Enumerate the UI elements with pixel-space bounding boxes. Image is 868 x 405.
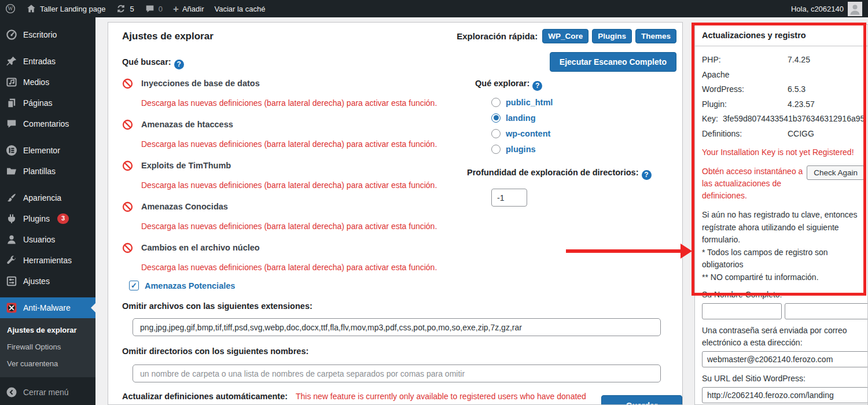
depth-input[interactable] bbox=[491, 189, 527, 207]
site-url-input[interactable] bbox=[702, 387, 868, 403]
depth-row: Profundidad de exploración de directorio… bbox=[467, 167, 652, 180]
scan-target-option[interactable]: landing bbox=[491, 110, 553, 126]
new-content-label: Añadir bbox=[182, 5, 204, 13]
scan-option: Amenazas de htaccess Descarga las nuevas… bbox=[122, 118, 464, 149]
sidebar-item[interactable]: Plantillas bbox=[0, 161, 95, 182]
comment-icon bbox=[145, 3, 155, 14]
save-settings-button[interactable]: Guardar ajustes bbox=[601, 395, 682, 405]
scan-option-label: Exploits de TimThumb bbox=[141, 161, 231, 170]
sidebar-item-label: Apariencia bbox=[23, 193, 61, 203]
site-link[interactable]: Taller Landing page bbox=[21, 0, 111, 17]
submenu-item[interactable]: Firewall Options bbox=[0, 338, 95, 355]
templates-icon bbox=[6, 165, 17, 177]
info-value: 7.4.25 bbox=[788, 53, 810, 68]
last-name-input[interactable] bbox=[785, 303, 868, 319]
clear-cache-button[interactable]: Vaciar la caché bbox=[209, 0, 270, 17]
info-row: Plugin:4.23.57 bbox=[702, 97, 867, 112]
sidebar-menu: Escritorio Entradas Medios Páginas bbox=[0, 24, 95, 318]
sidebar-item[interactable]: Medios bbox=[0, 72, 95, 93]
quick-scan-button[interactable]: Plugins bbox=[592, 29, 632, 43]
radio-icon[interactable] bbox=[491, 129, 501, 138]
scan-target-option[interactable]: public_html bbox=[491, 94, 553, 110]
info-row: Definitions:CCIGG bbox=[702, 127, 867, 142]
potential-threats-checkbox-row[interactable]: Amenazas Potenciales bbox=[129, 281, 235, 290]
settings-icon bbox=[6, 275, 17, 287]
auto-update-row: Actualizar definiciones automáticamente:… bbox=[122, 392, 586, 401]
skip-extensions-input[interactable] bbox=[133, 318, 661, 336]
collapse-menu-button[interactable]: Cerrar menú bbox=[0, 382, 95, 403]
page-title: Ajustes de explorar bbox=[122, 31, 214, 42]
sidebar-item-label: Medios bbox=[23, 78, 49, 87]
sidebar-item[interactable]: Usuarios bbox=[0, 229, 95, 250]
scan-target-label: landing bbox=[506, 113, 536, 123]
scan-target-option[interactable]: wp-content bbox=[491, 126, 553, 141]
sidebar-item[interactable]: Páginas bbox=[0, 93, 95, 113]
first-name-input[interactable] bbox=[702, 303, 782, 319]
sidebar-item[interactable]: Entradas bbox=[0, 51, 95, 72]
quick-scan-button[interactable]: Themes bbox=[635, 29, 676, 43]
sidebar-item-label: Usuarios bbox=[23, 235, 55, 244]
check-again-button[interactable]: Check Again bbox=[807, 165, 865, 180]
sidebar-item-label: Páginas bbox=[23, 98, 53, 108]
submenu-item[interactable]: Ajustes de explorar bbox=[0, 322, 95, 338]
info-value: 3fe59d8074433541b376346312916a95 bbox=[723, 114, 865, 123]
plugins-icon bbox=[6, 213, 17, 224]
auto-update-note: This new feature is currently only avail… bbox=[296, 392, 586, 401]
register-instructions: Si aún no has registrado tu clave, enton… bbox=[702, 209, 866, 246]
update-count: 5 bbox=[130, 5, 134, 13]
sidebar-item[interactable]: Anti-Malware bbox=[0, 297, 95, 318]
wordpress-menu[interactable]: W bbox=[0, 0, 21, 17]
sidebar-item[interactable]: Ajustes bbox=[0, 271, 95, 292]
sidebar-item-label: Ajustes bbox=[23, 277, 50, 286]
sidebar-item-label: Escritorio bbox=[23, 30, 57, 39]
submenu-item[interactable]: Ver cuarentena bbox=[0, 355, 95, 372]
radio-icon[interactable] bbox=[491, 145, 501, 154]
pages-icon bbox=[6, 97, 17, 109]
updates-registration-panel: Actualizaciones y registro PHP:7.4.25 Ap… bbox=[694, 24, 868, 405]
radio-icon[interactable] bbox=[491, 98, 501, 107]
scan-option-note: Descarga las nuevas definiciones (barra … bbox=[141, 222, 464, 231]
quick-scan-button[interactable]: WP_Core bbox=[542, 29, 589, 43]
sidebar-item[interactable]: Plugins 3 bbox=[0, 208, 95, 229]
scan-target-radios: public_html landing wp-content plugins bbox=[491, 94, 553, 157]
collapse-label: Cerrar menú bbox=[23, 388, 69, 397]
scan-option-label: Amenazas Conocidas bbox=[141, 202, 228, 211]
help-icon[interactable] bbox=[174, 60, 184, 69]
skip-directories-label: Omitir directorios con los siguientes no… bbox=[122, 347, 308, 356]
media-icon bbox=[6, 76, 17, 88]
scan-option: Inyecciones de base de datos Descarga la… bbox=[122, 77, 464, 108]
scan-target-option[interactable]: plugins bbox=[491, 141, 553, 157]
sidebar-item-label: Herramientas bbox=[23, 256, 72, 265]
pin-icon bbox=[6, 56, 17, 67]
scan-option-label: Inyecciones de base de datos bbox=[141, 79, 260, 88]
comments-indicator[interactable]: 0 bbox=[139, 0, 168, 17]
scan-option: Amenazas Conocidas Descarga las nuevas d… bbox=[122, 200, 464, 231]
account-menu[interactable]: Hola, c2062140 bbox=[791, 2, 868, 16]
email-input[interactable] bbox=[702, 351, 868, 367]
info-label: PHP: bbox=[702, 53, 788, 68]
sidebar-item[interactable]: Elementor bbox=[0, 140, 95, 161]
new-content-menu[interactable]: + Añadir bbox=[168, 0, 209, 17]
help-icon[interactable] bbox=[642, 170, 652, 180]
quick-scan-bar: Exploración rápida: WP_Core Plugins Them… bbox=[457, 29, 676, 43]
get-access-link[interactable]: Obtén acceso instantáneo a las actualiza… bbox=[702, 165, 815, 202]
sidebar-item[interactable]: Apariencia bbox=[0, 187, 95, 208]
run-complete-scan-button[interactable]: Ejecutar Escaneo Completo bbox=[550, 52, 676, 72]
full-name-label: Su Nombre Completo: bbox=[702, 289, 866, 301]
info-row: Apache bbox=[702, 68, 867, 83]
info-row: PHP:7.4.25 bbox=[702, 53, 867, 68]
sidebar-item-label: Entradas bbox=[23, 57, 56, 66]
updates-indicator[interactable]: 5 bbox=[111, 0, 139, 17]
what-to-scan-row: Qué explorar: bbox=[475, 78, 542, 91]
sidebar-item[interactable]: Comentarios bbox=[0, 113, 95, 134]
radio-icon[interactable] bbox=[491, 113, 501, 123]
dashboard-icon bbox=[6, 29, 17, 41]
comments-icon bbox=[6, 118, 17, 130]
admin-topbar: W Taller Landing page 5 0 + Añadir Vacia… bbox=[0, 0, 868, 17]
sidebar-item[interactable]: Escritorio bbox=[0, 24, 95, 45]
info-label: Apache bbox=[702, 68, 788, 83]
sidebar-item[interactable]: Herramientas bbox=[0, 250, 95, 271]
help-icon[interactable] bbox=[532, 81, 542, 91]
checkbox-checked-icon[interactable] bbox=[129, 281, 139, 290]
skip-directories-input[interactable] bbox=[133, 365, 661, 382]
